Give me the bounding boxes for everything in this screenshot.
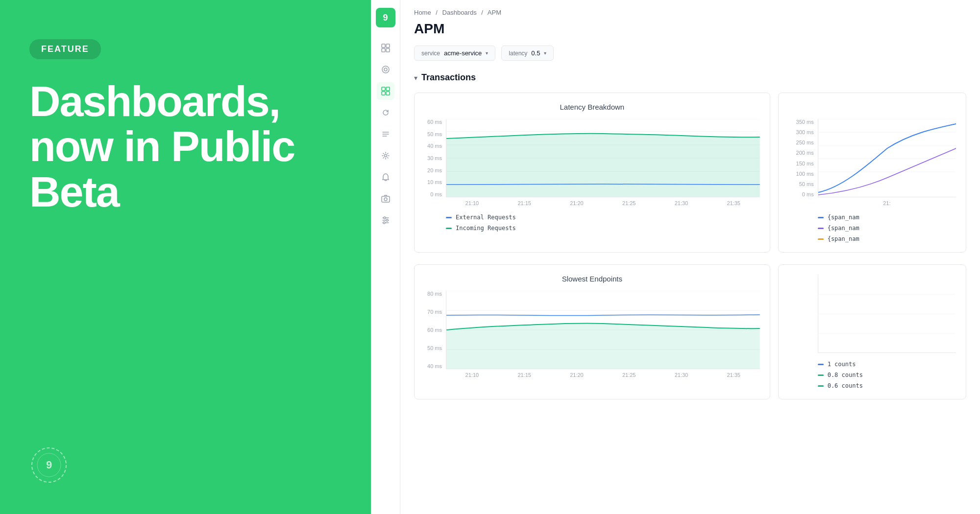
sidebar-logo-text: 9 — [383, 13, 388, 23]
span-y-axis: 350 ms 300 ms 250 ms 200 ms 150 ms 100 m… — [788, 119, 818, 197]
sidebar-item-settings[interactable] — [377, 147, 394, 164]
y-label: 10 ms — [427, 179, 442, 185]
x-label: 21: — [883, 200, 890, 206]
y-label: 30 ms — [427, 155, 442, 161]
chart1-svg — [446, 119, 760, 197]
slowest-endpoints-chart: Slowest Endpoints 80 ms 70 ms 60 ms 50 m… — [414, 264, 770, 399]
breadcrumb-home[interactable]: Home — [414, 9, 431, 16]
legend-item-span3: {span_nam — [818, 235, 956, 242]
counts-legend: 1 counts 0.8 counts 0.6 counts — [788, 361, 956, 389]
y-label: 350 ms — [796, 119, 814, 125]
span-svg — [818, 119, 956, 197]
dashed-logo-icon: 9 — [29, 445, 69, 485]
settings-icon — [381, 151, 391, 161]
chart1-plot — [446, 119, 760, 197]
y-label: 300 ms — [796, 129, 814, 135]
y-label: 70 ms — [427, 309, 442, 315]
section-chevron-icon: ▾ — [414, 74, 417, 82]
counts-legend-2: 0.8 counts — [818, 372, 956, 378]
y-label: 50 ms — [427, 345, 442, 351]
legend-item-external: External Requests — [446, 214, 760, 221]
sidebar-item-traces[interactable] — [377, 125, 394, 143]
y-label: 0 ms — [430, 191, 442, 197]
svg-point-18 — [384, 198, 387, 201]
breadcrumb-current: APM — [488, 9, 501, 16]
apm-icon — [381, 86, 391, 96]
y-label: 20 ms — [427, 167, 442, 173]
sidebar-item-controls[interactable] — [377, 211, 394, 229]
svg-rect-5 — [382, 48, 385, 52]
y-label: 100 ms — [796, 171, 814, 177]
counts-chart-plot — [818, 275, 956, 353]
camera-icon — [381, 194, 391, 204]
alerts-icon — [381, 172, 391, 182]
refresh-icon — [381, 108, 391, 117]
legend-dot-span2 — [818, 228, 824, 229]
counts-label-3: 0.6 counts — [828, 382, 863, 389]
span-chart-plot — [818, 119, 956, 197]
counts-dot-3 — [818, 385, 824, 387]
list-icon — [381, 129, 391, 139]
service-filter-value: acme-service — [444, 49, 482, 57]
x-label: 21:25 — [622, 372, 636, 378]
dashboard-icon — [381, 43, 391, 53]
legend-item-incoming: Incoming Requests — [446, 225, 760, 232]
latency-filter[interactable]: latency 0.5 ▾ — [501, 46, 554, 61]
y-label: 40 ms — [427, 143, 442, 149]
svg-point-7 — [382, 66, 389, 73]
legend-dot-span3 — [818, 238, 824, 240]
latency-breakdown-title: Latency Breakdown — [424, 103, 760, 111]
charts-row-2: Slowest Endpoints 80 ms 70 ms 60 ms 50 m… — [414, 264, 966, 411]
sidebar-item-alerts[interactable] — [377, 168, 394, 186]
service-filter[interactable]: service acme-service ▾ — [414, 46, 495, 61]
svg-text:9: 9 — [46, 459, 52, 471]
x-label: 21:35 — [727, 200, 740, 206]
right-panel: 9 — [371, 0, 980, 514]
sidebar-item-logs[interactable] — [377, 104, 394, 121]
y-label: 200 ms — [796, 150, 814, 156]
sliders-icon — [381, 215, 391, 225]
y-label: 60 ms — [427, 119, 442, 125]
legend-label-span2: {span_nam — [828, 225, 859, 232]
counts-chart: 1 counts 0.8 counts 0.6 counts — [778, 264, 966, 399]
svg-rect-3 — [382, 44, 385, 47]
top-bar: Home / Dashboards / APM APM — [400, 0, 980, 37]
chart2-x-axis: 21:10 21:15 21:20 21:25 21:30 21:35 — [424, 372, 760, 378]
latency-filter-chevron: ▾ — [544, 50, 546, 56]
chart2-y-axis: 80 ms 70 ms 60 ms 50 ms 40 ms — [424, 291, 446, 369]
y-label: 50 ms — [427, 131, 442, 137]
span-chart: . 350 ms 300 ms 250 ms 200 ms 150 ms 100… — [778, 93, 966, 253]
y-label: 50 ms — [799, 181, 814, 187]
breadcrumb-dashboards[interactable]: Dashboards — [442, 9, 477, 16]
counts-label-2: 0.8 counts — [828, 372, 863, 378]
title-line2: now in Public — [29, 122, 294, 170]
latency-filter-value: 0.5 — [531, 49, 540, 57]
transactions-section: ▾ Transactions Latency Breakdown 60 ms 5… — [400, 72, 980, 427]
main-title: Dashboards, now in Public Beta — [29, 79, 342, 214]
sidebar-item-apm[interactable] — [377, 82, 394, 100]
chart2-plot — [446, 291, 760, 369]
y-label: 60 ms — [427, 327, 442, 333]
chart1-x-axis: 21:10 21:15 21:20 21:25 21:30 21:35 — [424, 200, 760, 206]
chart2-area: 80 ms 70 ms 60 ms 50 ms 40 ms — [424, 291, 760, 369]
service-filter-label: service — [421, 50, 440, 57]
chart1-area: 60 ms 50 ms 40 ms 30 ms 20 ms 10 ms 0 ms — [424, 119, 760, 197]
svg-point-23 — [386, 219, 388, 221]
chart2-svg — [446, 291, 760, 369]
counts-chart-area — [788, 275, 956, 353]
sidebar: 9 — [371, 0, 400, 514]
counts-legend-3: 0.6 counts — [818, 382, 956, 389]
x-label: 21:30 — [675, 372, 688, 378]
counts-label-1: 1 counts — [828, 361, 856, 368]
transactions-header[interactable]: ▾ Transactions — [414, 72, 966, 83]
sidebar-item-dashboard[interactable] — [377, 39, 394, 57]
page-title: APM — [414, 21, 966, 37]
breadcrumb-sep2: / — [481, 9, 483, 16]
svg-rect-12 — [386, 92, 390, 95]
x-label: 21:15 — [517, 372, 531, 378]
sidebar-item-synthetics[interactable] — [377, 190, 394, 208]
svg-point-8 — [384, 68, 387, 71]
monitor-icon — [381, 65, 391, 74]
svg-point-16 — [384, 155, 387, 157]
sidebar-item-monitor[interactable] — [377, 61, 394, 78]
